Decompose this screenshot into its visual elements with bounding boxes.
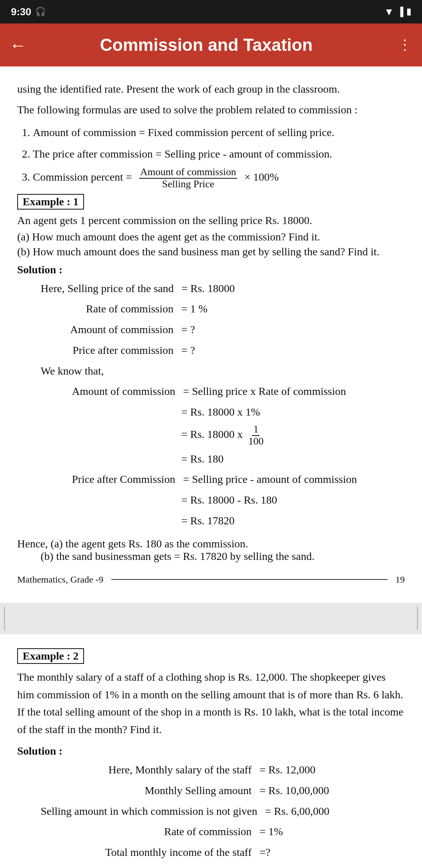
fraction-numerator: Amount of commission xyxy=(139,167,238,179)
status-bar-left: 9:30 🎧 xyxy=(11,6,46,18)
example-2-desc: The monthly salary of a staff of a cloth… xyxy=(17,669,405,739)
fraction-calc: 1 100 xyxy=(247,424,265,447)
calc-row-2: = Rs. 18000 x 1% xyxy=(72,404,405,421)
given-row-4: Price after commission = ? xyxy=(41,342,405,359)
given2-value-3: = Rs. 6,00,000 xyxy=(265,803,405,820)
calc-value-6: = Rs. 18000 - Rs. 180 xyxy=(181,491,405,509)
formula-2: The price after commission = Selling pri… xyxy=(33,145,405,163)
calc-value-5: = Selling price - amount of commission xyxy=(183,471,405,488)
frac-num: 1 xyxy=(252,424,259,436)
given-value-4: = ? xyxy=(181,342,405,359)
menu-button[interactable]: ⋮ xyxy=(398,37,413,53)
calc-label-5: Price after Commission xyxy=(72,471,183,488)
given2-row-2: Monthly Selling amount = Rs. 10,00,000 xyxy=(41,782,405,800)
intro-paragraph: using the identified rate. Present the w… xyxy=(17,81,405,118)
page-1: using the identified rate. Present the w… xyxy=(0,66,422,603)
page-title: Commission and Taxation xyxy=(34,35,378,55)
gap-line-left xyxy=(4,607,5,630)
page-footer: Mathematics, Grade -9 19 xyxy=(17,574,405,585)
given-value-1: = Rs. 18000 xyxy=(182,280,405,298)
given-label-1: Here, Selling price of the sand xyxy=(41,280,182,298)
calc-row-1: Amount of commission = Selling price x R… xyxy=(72,383,405,400)
given-2-values: Here, Monthly salary of the staff = Rs. … xyxy=(17,761,405,861)
given2-row-4: Rate of commission = 1% xyxy=(41,823,405,841)
formula-1: Amount of commission = Fixed commission … xyxy=(33,124,405,142)
given-label-2: Rate of commission xyxy=(41,300,181,318)
time-display: 9:30 xyxy=(11,6,31,18)
formulas-intro: The following formulas are used to solve… xyxy=(17,101,405,118)
signal-icon: ▐ xyxy=(397,7,403,17)
frac-den: 100 xyxy=(247,436,265,447)
calc-value-7: = Rs. 17820 xyxy=(181,512,405,530)
example-1-section: Example : 1 An agent gets 1 percent comm… xyxy=(17,194,405,258)
app-bar: ← Commission and Taxation ⋮ xyxy=(0,23,422,66)
calc-value-2: = Rs. 18000 x 1% xyxy=(181,404,405,421)
given2-label-5: Total monthly income of the staff xyxy=(41,844,259,861)
footer-subject: Mathematics, Grade -9 xyxy=(17,574,104,585)
headphone-icon: 🎧 xyxy=(35,7,46,17)
commission-fraction: Amount of commission Selling Price xyxy=(139,167,238,190)
given2-label-2: Monthly Selling amount xyxy=(41,782,259,800)
formula-2-text: The price after commission = Selling pri… xyxy=(33,148,332,160)
hence-a-text: Hence, (a) the agent gets Rs. 180 as the… xyxy=(17,538,405,550)
calc-row-4: = Rs. 180 xyxy=(72,450,405,468)
given-value-2: = 1 % xyxy=(181,300,405,318)
gap-line-right xyxy=(417,607,418,630)
status-bar-right: ▼ ▐ ▮ xyxy=(384,6,411,18)
fraction-denominator: Selling Price xyxy=(161,179,216,190)
solution-label: Solution : xyxy=(17,264,405,276)
footer-page-num: 19 xyxy=(395,574,405,585)
given-values: Here, Selling price of the sand = Rs. 18… xyxy=(17,280,405,359)
given2-label-1: Here, Monthly salary of the staff xyxy=(41,761,259,779)
example-1-a: (a) How much amount does the agent get a… xyxy=(17,231,405,243)
given2-label-3: Selling amount in which commission is no… xyxy=(41,803,265,820)
calc-row-6: = Rs. 18000 - Rs. 180 xyxy=(72,491,405,509)
example-1-desc: An agent gets 1 percent commission on th… xyxy=(17,214,405,227)
footer-divider xyxy=(111,579,388,580)
formulas-list: Amount of commission = Fixed commission … xyxy=(33,124,405,190)
given-value-3: = ? xyxy=(181,321,405,339)
solution-1: Solution : Here, Selling price of the sa… xyxy=(17,264,405,563)
solution-2-label: Solution : xyxy=(17,745,405,757)
given-label-3: Amount of commission xyxy=(41,321,181,339)
given-label-4: Price after commission xyxy=(41,342,181,359)
formula-1-text: Amount of commission = Fixed commission … xyxy=(33,126,334,138)
calc-row-5: Price after Commission = Selling price -… xyxy=(72,471,405,488)
given-row-1: Here, Selling price of the sand = Rs. 18… xyxy=(41,280,405,298)
solution-2: Solution : Here, Monthly salary of the s… xyxy=(17,745,405,868)
calc-value-3: = Rs. 18000 x 1 100 xyxy=(181,424,405,447)
page-2: Example : 2 The monthly salary of a staf… xyxy=(0,634,422,868)
intro-text: using the identified rate. Present the w… xyxy=(17,81,405,97)
calc-value-1: = Selling price x Rate of commission xyxy=(183,383,405,400)
example-2-label: Example : 2 xyxy=(17,648,84,664)
battery-icon: ▮ xyxy=(406,7,411,17)
given2-label-4: Rate of commission xyxy=(41,823,259,841)
we-know-text: We know that, xyxy=(17,365,405,377)
formula-3: Commission percent = Amount of commissio… xyxy=(33,167,405,190)
back-button[interactable]: ← xyxy=(9,35,27,55)
given2-value-4: = 1% xyxy=(259,823,405,841)
example-1-b: (b) How much amount does the sand busine… xyxy=(17,246,405,258)
calc-row-3: = Rs. 18000 x 1 100 xyxy=(72,424,405,447)
given2-row-1: Here, Monthly salary of the staff = Rs. … xyxy=(41,761,405,779)
given2-value-5: =? xyxy=(259,844,405,861)
formula-3-text: Commission percent = xyxy=(33,171,135,183)
example-2-section: Example : 2 The monthly salary of a staf… xyxy=(17,648,405,739)
formula-3-suffix: × 100% xyxy=(241,171,279,183)
hence-b-text: (b) the sand businessman gets = Rs. 1782… xyxy=(17,550,405,563)
given2-row-5: Total monthly income of the staff =? xyxy=(41,844,405,861)
calc-label-1: Amount of commission xyxy=(72,383,183,400)
calculations: Amount of commission = Selling price x R… xyxy=(17,383,405,530)
given2-row-3: Selling amount in which commission is no… xyxy=(41,803,405,820)
page-separator xyxy=(0,603,422,634)
given-row-3: Amount of commission = ? xyxy=(41,321,405,339)
calc-row-7: = Rs. 17820 xyxy=(72,512,405,530)
calc-value-4: = Rs. 180 xyxy=(181,450,405,468)
content-area: using the identified rate. Present the w… xyxy=(0,66,422,868)
example-1-label: Example : 1 xyxy=(17,194,84,210)
status-bar: 9:30 🎧 ▼ ▐ ▮ xyxy=(0,0,422,23)
given2-value-2: = Rs. 10,00,000 xyxy=(259,782,405,800)
given2-value-1: = Rs. 12,000 xyxy=(259,761,405,779)
wifi-icon: ▼ xyxy=(384,6,394,18)
given-row-2: Rate of commission = 1 % xyxy=(41,300,405,318)
